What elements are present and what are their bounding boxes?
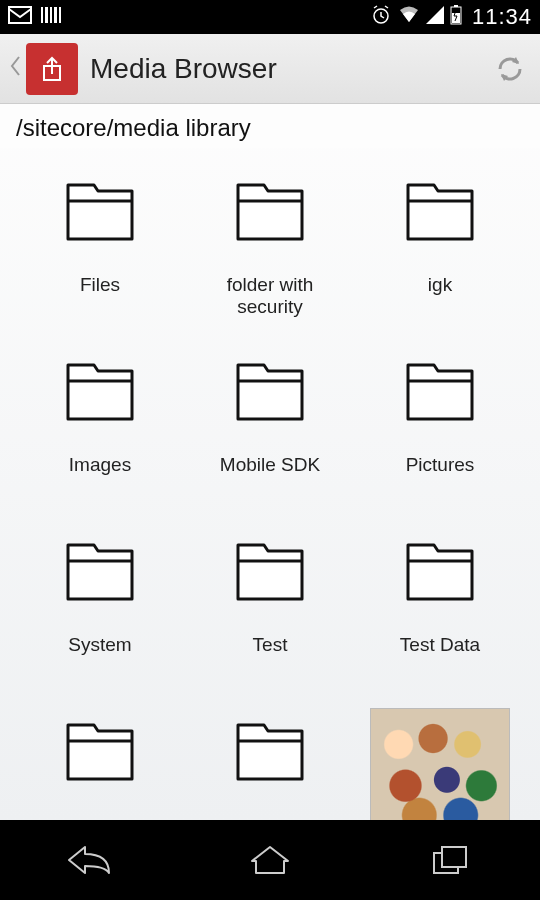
wifi-icon (398, 5, 420, 30)
folder-icon (60, 178, 140, 246)
image-item[interactable] (360, 698, 520, 820)
folder-item[interactable]: igk (360, 158, 520, 328)
battery-icon (450, 5, 462, 30)
alarm-icon (370, 4, 392, 31)
app-icon[interactable] (26, 43, 78, 95)
svg-rect-4 (54, 7, 57, 23)
svg-rect-2 (45, 7, 48, 23)
back-button[interactable] (8, 54, 22, 84)
folder-icon (60, 718, 140, 786)
folder-item[interactable]: Mobile SDK (190, 338, 350, 508)
app-header: Media Browser (0, 34, 540, 104)
item-label: Test (253, 634, 288, 656)
svg-rect-23 (442, 847, 466, 867)
item-label: Test Data (400, 634, 480, 656)
folder-icon (230, 718, 310, 786)
folder-icon (230, 358, 310, 426)
folder-icon (400, 178, 480, 246)
item-label: System (68, 634, 131, 656)
image-thumbnail (370, 708, 510, 820)
refresh-button[interactable] (488, 47, 532, 91)
breadcrumb: /sitecore/media library (0, 104, 540, 148)
folder-icon (60, 358, 140, 426)
item-label: igk (428, 274, 452, 296)
nav-home-button[interactable] (230, 835, 310, 885)
folder-item[interactable] (20, 698, 180, 820)
status-bar: 11:34 (0, 0, 540, 34)
folder-item[interactable]: Pictures (360, 338, 520, 508)
folder-item[interactable]: System (20, 518, 180, 688)
folder-item[interactable]: folder with security (190, 158, 350, 328)
item-label: Images (69, 454, 131, 476)
folder-item[interactable] (190, 698, 350, 820)
media-grid: Files folder with security igk Images Mo… (0, 148, 540, 820)
folder-icon (230, 538, 310, 606)
barcode-icon (40, 5, 64, 30)
nav-back-button[interactable] (50, 835, 130, 885)
folder-icon (400, 358, 480, 426)
folder-icon (400, 538, 480, 606)
content-area: /sitecore/media library Files folder wit… (0, 104, 540, 820)
svg-rect-3 (50, 7, 52, 23)
mail-icon (8, 5, 32, 30)
item-label: folder with security (195, 274, 345, 318)
item-label: Mobile SDK (220, 454, 320, 476)
folder-item[interactable]: Images (20, 338, 180, 508)
folder-item[interactable]: Files (20, 158, 180, 328)
nav-recent-button[interactable] (410, 835, 490, 885)
item-label: Files (80, 274, 120, 296)
svg-rect-5 (59, 7, 61, 23)
status-right: 11:34 (370, 4, 532, 31)
page-title: Media Browser (90, 53, 488, 85)
folder-item[interactable]: Test (190, 518, 350, 688)
status-left (8, 5, 64, 30)
status-time: 11:34 (472, 4, 532, 30)
svg-rect-1 (41, 7, 43, 23)
folder-icon (230, 178, 310, 246)
folder-icon (60, 538, 140, 606)
item-label: Pictures (406, 454, 475, 476)
signal-icon (426, 6, 444, 29)
svg-rect-0 (9, 7, 31, 23)
system-nav-bar (0, 820, 540, 900)
folder-item[interactable]: Test Data (360, 518, 520, 688)
